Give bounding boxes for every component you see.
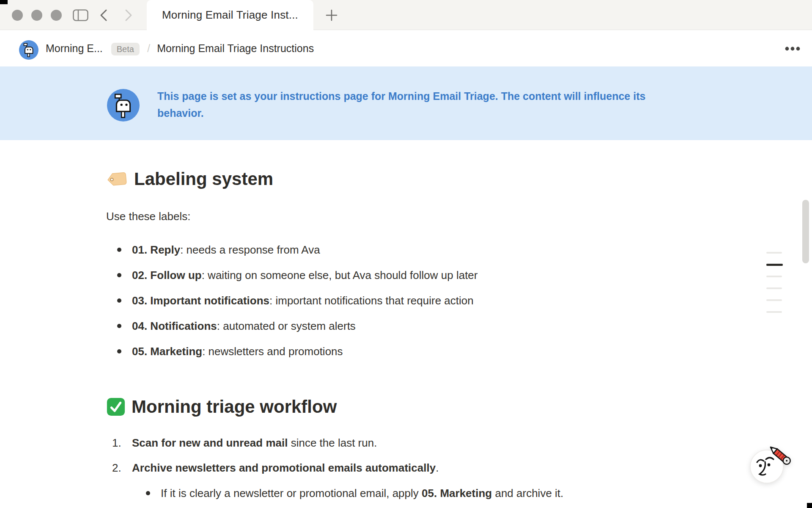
section-heading-labeling: Labeling system — [106, 168, 812, 190]
forward-icon[interactable] — [124, 0, 133, 30]
scrollbar-thumb[interactable] — [802, 200, 809, 263]
list-item: 04. Notifications: automated or system a… — [106, 313, 812, 339]
sidebar-toggle-icon[interactable] — [73, 0, 88, 30]
recording-artifact-bottom-right — [807, 503, 812, 508]
close-window-button[interactable] — [12, 10, 23, 21]
breadcrumb-workspace[interactable]: Morning E... — [46, 42, 103, 55]
banner-line-1: This page is set as your instructions pa… — [157, 88, 645, 105]
list-item: 02. Follow up: waiting on someone else, … — [106, 262, 812, 288]
recording-artifact-top-left — [0, 0, 8, 4]
tab-title: Morning Email Triage Inst... — [162, 8, 298, 22]
check-mark-emoji — [106, 397, 126, 417]
list-item: 05. Marketing: newsletters and promotion… — [106, 339, 812, 364]
window-controls — [12, 10, 62, 21]
zoom-window-button[interactable] — [51, 10, 62, 21]
list-item: 01. Reply: needs a response from Ava — [106, 237, 812, 262]
more-menu-icon[interactable] — [785, 46, 801, 51]
new-tab-button[interactable] — [325, 0, 338, 30]
breadcrumb-page-title[interactable]: Morning Email Triage Instructions — [157, 42, 314, 55]
outline-item[interactable] — [766, 271, 783, 282]
beta-badge: Beta — [111, 43, 140, 55]
back-icon[interactable] — [99, 0, 108, 30]
labels-list: 01. Reply: needs a response from Ava 02.… — [106, 237, 812, 364]
section-heading-workflow: Morning triage workflow — [106, 396, 812, 417]
numbered-step: 2. Archive newsletters and promotional e… — [106, 456, 812, 480]
instructions-banner: This page is set as your instructions pa… — [0, 66, 812, 140]
mailbox-agent-icon — [19, 40, 38, 61]
label-tag-emoji — [106, 170, 128, 188]
outline-item[interactable] — [766, 247, 783, 259]
outline-item[interactable] — [766, 282, 783, 294]
page-content: Labeling system Use these labels: 01. Re… — [0, 140, 812, 508]
breadcrumb: Morning E... Beta / Morning Email Triage… — [0, 30, 812, 66]
active-tab[interactable]: Morning Email Triage Inst... — [147, 0, 313, 30]
intro-text: Use these labels: — [106, 210, 812, 223]
numbered-step: 1. Scan for new and unread mail since th… — [106, 431, 812, 456]
banner-message: This page is set as your instructions pa… — [157, 88, 645, 121]
section-title: Labeling system — [134, 168, 273, 190]
outline-item-active[interactable] — [766, 259, 783, 271]
workflow-list: 1. Scan for new and unread mail since th… — [106, 431, 812, 506]
minimize-window-button[interactable] — [31, 10, 42, 21]
banner-line-2: behavior. — [157, 105, 645, 121]
section-title: Morning triage workflow — [132, 396, 337, 417]
outline-item[interactable] — [766, 306, 783, 318]
tab-bar: Morning Email Triage Inst... — [0, 0, 812, 30]
sub-bullet: If it is clearly a newsletter or promoti… — [106, 480, 812, 506]
outline-indicator — [766, 247, 783, 318]
outline-item[interactable] — [766, 294, 783, 306]
breadcrumb-separator: / — [147, 42, 150, 55]
list-item: 03. Important notifications: important n… — [106, 288, 812, 313]
scribble-edit-button[interactable] — [741, 439, 796, 493]
mailbox-banner-icon — [107, 89, 140, 123]
